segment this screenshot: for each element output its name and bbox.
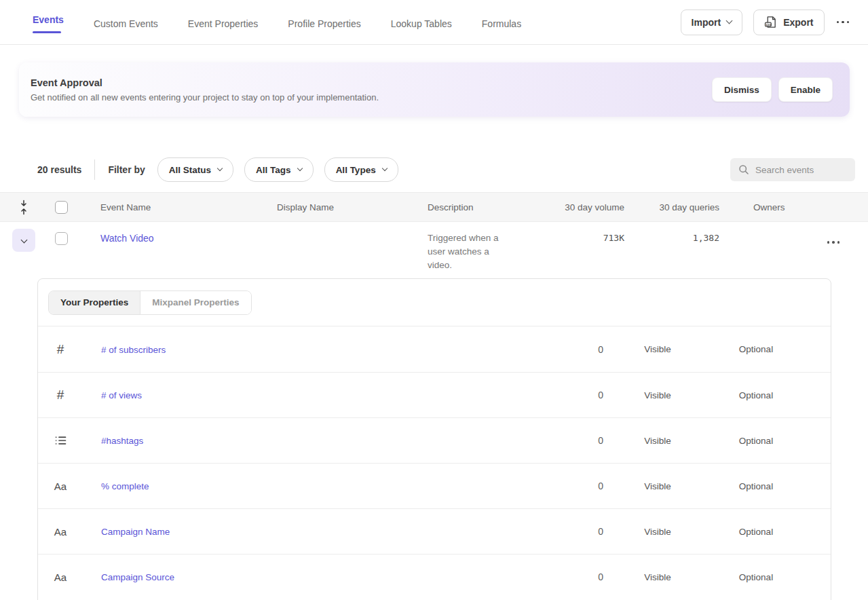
property-name-link[interactable]: # of views (83, 390, 142, 400)
tab-lookup-tables[interactable]: Lookup Tables (391, 16, 452, 29)
svg-text:csv: csv (766, 23, 772, 26)
property-visibility: Visible (603, 436, 712, 446)
text-type-icon: Aa (54, 481, 67, 492)
column-header-description: Description (413, 202, 526, 212)
property-type-icon-cell: # Aa (38, 481, 83, 492)
property-requirement: Optional (712, 344, 800, 354)
tab-event-properties-label: Event Properties (188, 18, 259, 29)
enable-button[interactable]: Enable (778, 77, 833, 102)
tags-filter-label: All Tags (256, 165, 291, 175)
tab-formulas[interactable]: Formulas (482, 16, 521, 29)
property-name-link[interactable]: # of subscribers (83, 345, 166, 355)
property-30-day-queries: 0 (495, 526, 603, 537)
chevron-down-icon (381, 166, 387, 171)
dismiss-button[interactable]: Dismiss (712, 77, 772, 102)
tab-profile-properties[interactable]: Profile Properties (288, 16, 360, 29)
property-visibility: Visible (603, 527, 712, 537)
tab-custom-events[interactable]: Custom Events (94, 16, 158, 29)
text-type-icon: Aa (54, 526, 67, 538)
tab-your-properties[interactable]: Your Properties (49, 291, 140, 314)
property-requirement: Optional (712, 390, 800, 400)
column-header-display-name: Display Name (274, 202, 413, 212)
property-type-icon-cell: # Aa (38, 571, 83, 583)
banner-subtitle: Get notified on all new events entering … (31, 92, 379, 102)
property-row: # Aa % complete 0 Visible Optional (38, 463, 831, 508)
types-filter-dropdown[interactable]: All Types (324, 157, 398, 182)
property-30-day-queries: 0 (495, 390, 603, 400)
tab-event-properties[interactable]: Event Properties (188, 16, 259, 29)
property-visibility: Visible (603, 390, 712, 400)
banner-actions: Dismiss Enable (712, 77, 833, 102)
text-type-icon: Aa (54, 571, 67, 583)
banner-title: Event Approval (31, 77, 379, 88)
property-row: # Aa Campaign Name 0 Visible Optional (38, 508, 831, 554)
lexicon-tabs: Events Custom Events Event Properties Pr… (33, 12, 521, 33)
event-properties-panel: Your Properties Mixpanel Properties # Aa… (37, 278, 831, 600)
event-30-day-queries: 1,382 (624, 230, 719, 243)
column-header-30-day-volume: 30 day volume (526, 202, 624, 212)
property-name-link[interactable]: Campaign Name (83, 527, 170, 537)
column-header-owners: Owners (719, 202, 868, 212)
row-checkbox[interactable] (55, 232, 68, 245)
tab-custom-events-label: Custom Events (94, 18, 158, 29)
property-visibility: Visible (603, 481, 712, 491)
property-row: # Aa # of views 0 Visible Optional (38, 372, 831, 417)
property-type-icon-cell: # Aa (38, 388, 83, 402)
csv-file-icon: csv (764, 16, 777, 29)
property-name-link[interactable]: % complete (83, 481, 149, 491)
export-button[interactable]: csv Export (753, 10, 824, 35)
overflow-menu-button[interactable] (835, 16, 851, 29)
property-type-icon-cell: # Aa (38, 526, 83, 538)
tab-profile-properties-label: Profile Properties (288, 18, 360, 29)
tab-events-label: Events (33, 14, 64, 25)
filter-bar: 20 results Filter by All Status All Tags… (0, 157, 868, 182)
property-type-icon-cell: # Aa (38, 342, 83, 357)
import-button[interactable]: Import (681, 10, 743, 35)
property-visibility: Visible (603, 572, 712, 582)
event-row-watch-video: Watch Video Triggered when a user watche… (0, 222, 868, 278)
event-description: Triggered when a user watches a video. (413, 230, 514, 272)
property-30-day-queries: 0 (495, 435, 603, 446)
property-type-icon-cell: # Aa (38, 435, 83, 446)
property-30-day-queries: 0 (495, 344, 603, 355)
column-header-30-day-queries: 30 day queries (624, 202, 719, 212)
property-name-link[interactable]: Campaign Source (83, 572, 174, 582)
search-box (730, 158, 855, 181)
event-30-day-volume: 713K (526, 230, 624, 243)
property-requirement: Optional (712, 481, 800, 491)
status-filter-label: All Status (169, 165, 211, 175)
divider (94, 160, 95, 180)
events-table-header: Event Name Display Name Description 30 d… (0, 192, 868, 222)
chevron-down-icon (20, 236, 27, 243)
list-type-icon (55, 435, 67, 446)
search-icon (738, 164, 749, 175)
chevron-down-icon (217, 166, 223, 171)
row-overflow-menu-button[interactable] (826, 236, 842, 249)
property-requirement: Optional (712, 572, 800, 582)
select-all-checkbox[interactable] (55, 201, 68, 214)
nav-actions: Import csv Export (681, 10, 850, 35)
status-filter-dropdown[interactable]: All Status (157, 157, 233, 182)
top-navigation: Events Custom Events Event Properties Pr… (0, 0, 868, 45)
property-row: # Aa #hashtags 0 Visible Optional (38, 417, 831, 463)
tab-mixpanel-properties[interactable]: Mixpanel Properties (140, 291, 250, 314)
column-header-event-name: Event Name (86, 202, 274, 212)
property-row: # Aa # of subscribers 0 Visible Optional (38, 326, 831, 372)
tab-lookup-tables-label: Lookup Tables (391, 18, 452, 29)
search-input[interactable] (755, 165, 847, 175)
tab-events[interactable]: Events (33, 12, 64, 33)
event-name-link[interactable]: Watch Video (100, 233, 154, 244)
property-name-link[interactable]: #hashtags (83, 436, 143, 446)
export-button-label: Export (783, 17, 813, 28)
chevron-down-icon (726, 18, 733, 24)
tab-formulas-label: Formulas (482, 18, 521, 29)
property-30-day-queries: 0 (495, 481, 603, 491)
collapse-row-button[interactable] (12, 229, 35, 252)
filter-by-label: Filter by (108, 164, 145, 175)
tags-filter-dropdown[interactable]: All Tags (244, 157, 314, 182)
number-type-icon: # (57, 388, 64, 402)
collapse-all-icon[interactable] (0, 200, 48, 215)
property-requirement: Optional (712, 436, 800, 446)
import-button-label: Import (692, 17, 721, 28)
chevron-down-icon (297, 166, 302, 171)
